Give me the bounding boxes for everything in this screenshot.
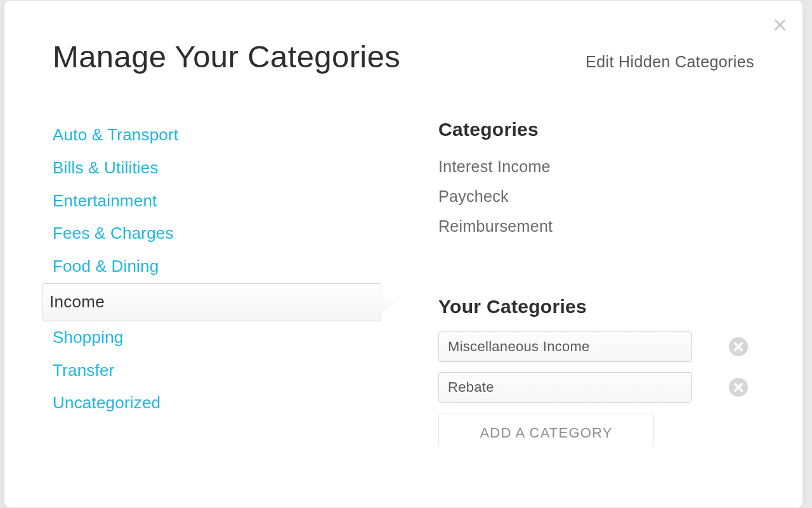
category-item[interactable]: Transfer [46, 354, 381, 387]
your-category-row [438, 372, 754, 403]
your-categories-list [438, 331, 754, 403]
close-circle-icon [729, 378, 748, 397]
remove-category-button[interactable] [729, 337, 748, 356]
subcategory-item[interactable]: Reimbursement [438, 211, 754, 241]
category-list: Auto & TransportBills & UtilitiesEnterta… [46, 119, 381, 420]
category-item[interactable]: Fees & Charges [46, 217, 381, 250]
category-item[interactable]: Income [43, 283, 381, 321]
category-item-label: Fees & Charges [53, 224, 174, 243]
category-item-label: Income [49, 292, 105, 311]
category-column: Auto & TransportBills & UtilitiesEnterta… [46, 119, 381, 446]
page-title: Manage Your Categories [53, 39, 400, 74]
modal-body: Auto & TransportBills & UtilitiesEnterta… [4, 81, 802, 446]
remove-category-button[interactable] [729, 378, 748, 397]
category-item-label: Transfer [53, 361, 114, 380]
category-item-label: Auto & Transport [53, 125, 178, 144]
categories-heading: Categories [438, 119, 754, 140]
your-category-row [438, 331, 754, 362]
edit-hidden-categories-link[interactable]: Edit Hidden Categories [586, 53, 754, 71]
category-item-label: Shopping [53, 328, 123, 347]
category-item[interactable]: Food & Dining [46, 250, 381, 283]
category-item-label: Bills & Utilities [53, 158, 159, 177]
subcategory-list: Interest IncomePaycheckReimbursement [438, 152, 754, 241]
category-item[interactable]: Auto & Transport [46, 119, 381, 152]
your-category-input[interactable] [438, 372, 692, 403]
detail-column: Categories Interest IncomePaycheckReimbu… [438, 119, 754, 446]
category-item-label: Entertainment [53, 191, 157, 210]
add-category-button[interactable]: ADD A CATEGORY [438, 413, 654, 446]
modal-header: Manage Your Categories Edit Hidden Categ… [4, 1, 802, 81]
subcategory-item[interactable]: Paycheck [438, 182, 754, 211]
manage-categories-modal: × Manage Your Categories Edit Hidden Cat… [4, 0, 803, 508]
close-icon: × [773, 11, 787, 39]
category-item[interactable]: Bills & Utilities [46, 152, 381, 185]
category-item[interactable]: Shopping [46, 321, 381, 354]
close-circle-icon [729, 337, 748, 356]
your-category-input[interactable] [438, 331, 692, 362]
category-item[interactable]: Uncategorized [46, 387, 381, 420]
your-categories-heading: Your Categories [438, 296, 754, 318]
category-item[interactable]: Entertainment [46, 185, 381, 218]
category-item-label: Food & Dining [53, 257, 159, 276]
close-button[interactable]: × [773, 12, 787, 37]
subcategory-item[interactable]: Interest Income [438, 152, 754, 182]
category-item-label: Uncategorized [53, 393, 160, 412]
